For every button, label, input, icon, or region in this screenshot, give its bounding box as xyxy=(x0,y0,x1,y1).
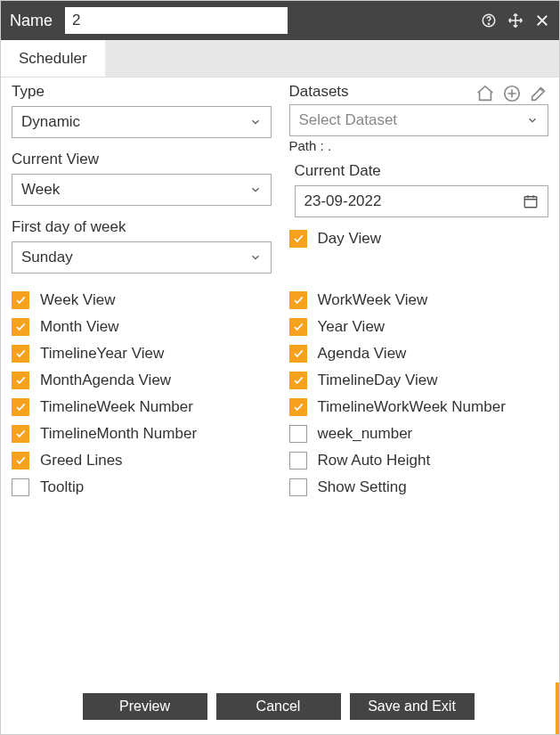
chevron-down-icon xyxy=(249,116,262,128)
check-label: TimelineDay View xyxy=(318,372,438,389)
check-row[interactable]: WorkWeek View xyxy=(289,291,549,309)
checkbox-icon xyxy=(12,372,29,389)
check-grid: Week ViewMonth ViewTimelineYear ViewMont… xyxy=(12,291,548,505)
checkbox-icon xyxy=(12,318,29,336)
first-day-value: Sunday xyxy=(21,249,249,266)
check-label: Tooltip xyxy=(40,478,84,496)
check-row[interactable]: week_number xyxy=(289,425,549,443)
checkbox-icon xyxy=(289,398,307,416)
check-label: MonthAgenda View xyxy=(40,372,171,389)
first-day-label: First day of week xyxy=(12,218,272,236)
check-row[interactable]: TimelineWeek Number xyxy=(12,398,272,416)
check-row[interactable]: Row Auto Height xyxy=(289,452,549,470)
check-label: TimelineWorkWeek Number xyxy=(318,398,506,416)
checks-right: WorkWeek ViewYear ViewAgenda ViewTimelin… xyxy=(289,291,549,505)
checkbox-icon xyxy=(12,291,29,309)
check-label: WorkWeek View xyxy=(318,291,428,309)
current-view-value: Week xyxy=(21,181,249,199)
checkbox-icon xyxy=(289,291,307,309)
current-date-label: Current Date xyxy=(289,162,549,180)
body: Type Dynamic Current View Week First day… xyxy=(1,78,559,682)
check-row[interactable]: Greed Lines xyxy=(12,452,272,470)
check-label: TimelineYear View xyxy=(40,345,164,363)
save-button[interactable]: Save and Exit xyxy=(350,693,475,720)
check-row[interactable]: Week View xyxy=(12,291,272,309)
tab-label: Scheduler xyxy=(19,50,87,68)
checkbox-icon xyxy=(289,345,307,363)
check-label: Week View xyxy=(40,291,115,309)
check-label: Day View xyxy=(318,230,382,248)
checkbox-icon xyxy=(289,230,307,248)
check-day-view[interactable]: Day View xyxy=(289,230,549,248)
check-row[interactable]: TimelineMonth Number xyxy=(12,425,272,443)
checkbox-icon xyxy=(289,452,307,470)
check-row[interactable]: MonthAgenda View xyxy=(12,372,272,389)
path-label: Path : xyxy=(289,138,324,153)
chevron-down-icon xyxy=(249,184,262,196)
home-icon[interactable] xyxy=(475,84,495,103)
check-label: TimelineMonth Number xyxy=(40,425,197,443)
checkbox-icon xyxy=(12,425,29,443)
check-row[interactable]: Agenda View xyxy=(289,345,549,363)
name-label: Name xyxy=(10,12,53,30)
edit-icon[interactable] xyxy=(529,84,548,103)
check-label: TimelineWeek Number xyxy=(40,398,193,416)
check-label: Month View xyxy=(40,318,119,336)
right-column: Datasets Select Dataset xyxy=(289,83,549,286)
left-column: Type Dynamic Current View Week First day… xyxy=(12,83,272,286)
cancel-button[interactable]: Cancel xyxy=(216,693,341,720)
checkbox-icon xyxy=(289,425,307,443)
type-label: Type xyxy=(12,83,272,101)
datasets-label: Datasets xyxy=(289,83,349,101)
current-view-label: Current View xyxy=(12,151,272,168)
preview-button[interactable]: Preview xyxy=(83,693,207,720)
check-label: Year View xyxy=(318,318,386,336)
path-value: . xyxy=(328,138,331,153)
checkbox-icon xyxy=(289,478,307,496)
first-day-select[interactable]: Sunday xyxy=(12,241,272,274)
move-icon[interactable] xyxy=(507,12,523,29)
name-input[interactable] xyxy=(65,7,288,34)
check-row[interactable]: Show Setting xyxy=(289,478,549,496)
current-date-value: 23-09-2022 xyxy=(304,192,523,210)
path-line: Path : . xyxy=(289,138,549,153)
help-icon[interactable] xyxy=(481,12,497,29)
checkbox-icon xyxy=(289,372,307,389)
calendar-icon xyxy=(523,193,539,209)
check-label: Greed Lines xyxy=(40,452,123,470)
check-label: Row Auto Height xyxy=(318,452,431,470)
titlebar: Name xyxy=(1,1,559,40)
check-row[interactable]: Month View xyxy=(12,318,272,336)
check-row[interactable]: Tooltip xyxy=(12,478,272,496)
checks-left: Week ViewMonth ViewTimelineYear ViewMont… xyxy=(12,291,272,505)
current-date-input[interactable]: 23-09-2022 xyxy=(295,185,549,217)
add-icon[interactable] xyxy=(502,84,522,103)
checkbox-icon xyxy=(289,318,307,336)
check-row[interactable]: TimelineDay View xyxy=(289,372,549,389)
dataset-select[interactable]: Select Dataset xyxy=(289,104,549,136)
dialog: Name Scheduler Type xyxy=(0,0,560,735)
type-value: Dynamic xyxy=(21,113,249,131)
check-label: Agenda View xyxy=(318,345,407,363)
tab-scheduler[interactable]: Scheduler xyxy=(1,40,105,77)
checkbox-icon xyxy=(12,398,29,416)
chevron-down-icon xyxy=(249,251,262,264)
chevron-down-icon xyxy=(526,114,539,127)
svg-point-1 xyxy=(488,23,489,24)
checkbox-icon xyxy=(12,345,29,363)
check-label: week_number xyxy=(318,425,413,443)
check-row[interactable]: TimelineYear View xyxy=(12,345,272,363)
checkbox-icon xyxy=(12,452,29,470)
tab-strip: Scheduler xyxy=(1,40,559,78)
dataset-placeholder: Select Dataset xyxy=(299,111,527,129)
footer: Preview Cancel Save and Exit xyxy=(1,682,559,734)
check-row[interactable]: TimelineWorkWeek Number xyxy=(289,398,549,416)
check-row[interactable]: Year View xyxy=(289,318,549,336)
checkbox-icon xyxy=(12,478,29,496)
current-view-select[interactable]: Week xyxy=(12,174,272,206)
type-select[interactable]: Dynamic xyxy=(12,106,272,138)
check-label: Show Setting xyxy=(318,478,407,496)
close-icon[interactable] xyxy=(534,12,550,29)
svg-rect-3 xyxy=(524,197,537,208)
